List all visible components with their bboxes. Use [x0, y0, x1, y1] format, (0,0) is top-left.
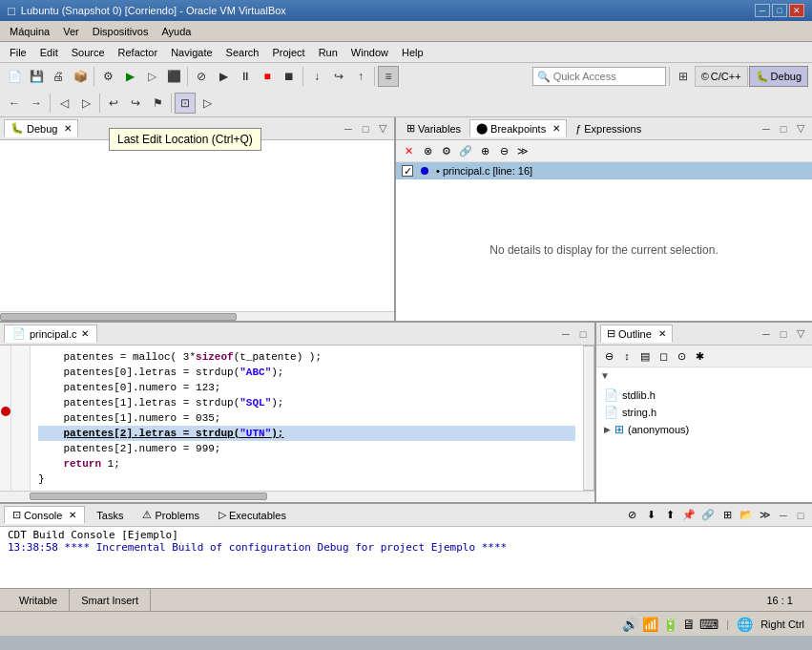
outline-item-string[interactable]: 📄 string.h: [600, 404, 808, 421]
next-btn2[interactable]: ▷: [197, 93, 218, 114]
executables-tab[interactable]: ▷ Executables: [211, 507, 294, 523]
outline-tab[interactable]: ⊟ Outline ✕: [600, 325, 673, 343]
quick-access-search[interactable]: 🔍: [532, 67, 666, 86]
step-return[interactable]: ↑: [350, 66, 371, 87]
print-button[interactable]: 🖨: [48, 66, 69, 87]
bp-settings[interactable]: ⚙: [438, 142, 455, 159]
menu-project[interactable]: Project: [266, 45, 310, 60]
console-pin[interactable]: 📌: [680, 507, 697, 524]
editor-maximize[interactable]: □: [575, 326, 591, 342]
problems-tab[interactable]: ⚠ Problems: [135, 507, 206, 523]
varbp-menu[interactable]: ▽: [793, 121, 808, 136]
quick-access-input[interactable]: [553, 71, 661, 82]
console-maximize[interactable]: □: [793, 508, 808, 523]
console-tab-close[interactable]: ✕: [69, 510, 76, 520]
resume-button[interactable]: ▶: [213, 66, 234, 87]
menu-navigate[interactable]: Navigate: [165, 45, 218, 60]
console-clear[interactable]: ⊘: [623, 507, 640, 524]
outline-item-anon[interactable]: ▶ ⊞ (anonymous): [600, 421, 808, 438]
bin-button[interactable]: 📦: [70, 66, 91, 87]
outline-more[interactable]: ✱: [691, 347, 708, 365]
outline-hide-fields[interactable]: ▤: [636, 347, 654, 365]
last-edit-loc[interactable]: ⊡: [175, 93, 196, 114]
bp-link[interactable]: 🔗: [457, 142, 474, 159]
menu-window[interactable]: Window: [345, 45, 394, 60]
bp-remove-all[interactable]: ⊗: [419, 142, 436, 159]
bp-more[interactable]: ≫: [514, 142, 531, 159]
vbox-menu-machine[interactable]: Máquina: [4, 24, 55, 39]
outline-menu[interactable]: ▽: [793, 326, 808, 342]
bp-collapse[interactable]: ⊖: [495, 142, 512, 159]
debug-minimize[interactable]: ─: [341, 121, 356, 136]
principal-c-tab[interactable]: 📄 principal.c ✕: [4, 325, 97, 343]
file-tab-close[interactable]: ✕: [81, 328, 89, 339]
step-into[interactable]: ↓: [306, 66, 327, 87]
save-button[interactable]: 💾: [26, 66, 47, 87]
outline-minimize[interactable]: ─: [759, 326, 774, 342]
console-tab[interactable]: ⊡ Console ✕: [4, 506, 85, 524]
redo-btn[interactable]: ↪: [125, 93, 146, 114]
next-annot[interactable]: ⚑: [147, 93, 168, 114]
menu-edit[interactable]: Edit: [34, 45, 64, 60]
console-minimize[interactable]: ─: [776, 508, 791, 523]
console-new[interactable]: ⊞: [718, 507, 736, 524]
expressions-tab[interactable]: ƒ Expressions: [569, 120, 648, 137]
external-button[interactable]: ⬛: [163, 66, 184, 87]
breakpoint-item[interactable]: ✓ • principal.c [line: 16]: [396, 162, 812, 179]
bp-checkbox[interactable]: ✓: [402, 165, 413, 177]
fwd-button[interactable]: →: [26, 93, 47, 114]
prev-edit[interactable]: ◁: [53, 93, 74, 114]
code-area[interactable]: patentes = malloc( 3*sizeof(t_patente) )…: [31, 346, 583, 491]
tasks-tab[interactable]: Tasks: [89, 508, 131, 523]
close-button[interactable]: ✕: [789, 4, 804, 17]
editor-minimize[interactable]: ─: [558, 326, 573, 342]
stop-button[interactable]: ■: [257, 66, 278, 87]
undo-btn[interactable]: ↩: [103, 93, 124, 114]
debug-maximize[interactable]: □: [358, 121, 373, 136]
menu-source[interactable]: Source: [66, 45, 111, 60]
outline-tab-close[interactable]: ✕: [658, 328, 666, 339]
debug-menu[interactable]: ▽: [375, 121, 390, 136]
breakpoints-tab-close[interactable]: ✕: [552, 123, 560, 134]
skip-breakpoints[interactable]: ⊘: [191, 66, 212, 87]
perspective-toggle[interactable]: ⊞: [673, 66, 694, 87]
console-link[interactable]: 🔗: [699, 507, 717, 524]
menu-search[interactable]: Search: [220, 45, 265, 60]
disconnect-button[interactable]: ⏹: [279, 66, 300, 87]
suspend-button[interactable]: ⏸: [235, 66, 256, 87]
vbox-menu-help[interactable]: Ayuda: [156, 24, 197, 39]
console-scroll-start[interactable]: ⬆: [661, 507, 678, 524]
restore-button[interactable]: □: [772, 4, 787, 17]
debug-tab[interactable]: 🐛 Debug ✕: [4, 119, 78, 137]
debug-tab-close[interactable]: ✕: [64, 123, 72, 134]
menu-run[interactable]: Run: [313, 45, 344, 60]
step-over[interactable]: ↪: [328, 66, 349, 87]
outline-collapse-all[interactable]: ⊖: [600, 347, 617, 365]
outline-hide-static[interactable]: ◻: [655, 347, 672, 365]
back-button[interactable]: ←: [4, 93, 25, 114]
vbox-menu-view[interactable]: Ver: [57, 24, 85, 39]
console-scroll-end[interactable]: ⬇: [642, 507, 659, 524]
props-button[interactable]: ⚙: [97, 66, 118, 87]
varbp-maximize[interactable]: □: [776, 121, 791, 136]
editor-vscrollbar[interactable]: [583, 346, 594, 491]
collapse-arrow[interactable]: ▼: [600, 370, 610, 381]
cpp-perspective-button[interactable]: © C/C++: [695, 66, 748, 87]
breakpoints-tab[interactable]: ⬤ Breakpoints ✕: [469, 119, 567, 137]
debug-run-button[interactable]: ▷: [141, 66, 162, 87]
menu-refactor[interactable]: Refactor: [113, 45, 164, 60]
bp-remove[interactable]: ✕: [400, 142, 417, 159]
bp-expand[interactable]: ⊕: [476, 142, 493, 159]
variables-tab[interactable]: ⊞ Variables: [400, 119, 468, 137]
outline-item-stdlib[interactable]: 📄 stdlib.h: [600, 387, 808, 404]
menu-help[interactable]: Help: [396, 45, 429, 60]
editor-hscrollbar[interactable]: [0, 491, 594, 502]
new-button[interactable]: 📄: [4, 66, 25, 87]
console-more[interactable]: ≫: [757, 507, 774, 524]
minimize-button[interactable]: ─: [755, 4, 770, 17]
outline-sort[interactable]: ↕: [618, 347, 635, 365]
run-button[interactable]: ▶: [119, 66, 140, 87]
varbp-minimize[interactable]: ─: [759, 121, 774, 136]
debug-scrollbar-h[interactable]: [0, 311, 394, 321]
debug-perspective-button[interactable]: 🐛 Debug: [749, 66, 808, 87]
